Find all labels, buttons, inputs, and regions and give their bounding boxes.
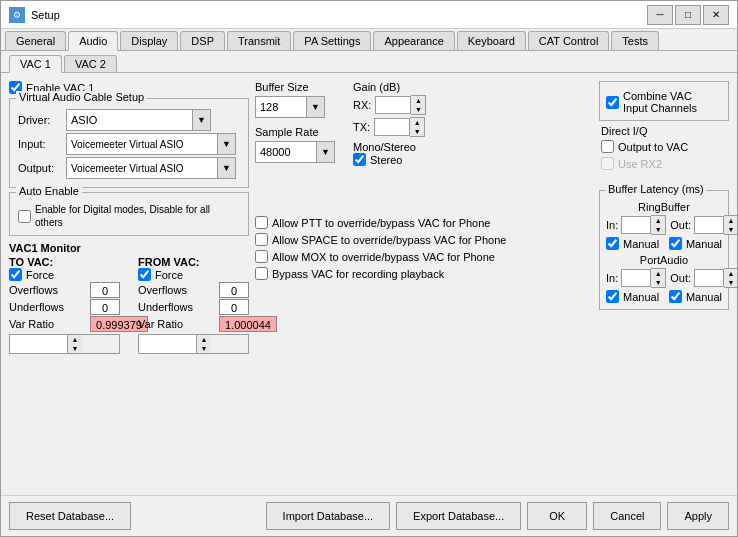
- tab-appearance[interactable]: Appearance: [373, 31, 454, 50]
- combine-vac-label[interactable]: Combine VAC Input Channels: [606, 90, 722, 114]
- ring-in-input[interactable]: 5: [621, 216, 651, 234]
- tab-dsp[interactable]: DSP: [180, 31, 225, 50]
- combine-vac-checkbox[interactable]: [606, 96, 619, 109]
- ring-out-label: Out:: [670, 219, 691, 231]
- force-down1[interactable]: ▼: [68, 344, 82, 353]
- force-up1[interactable]: ▲: [68, 335, 82, 344]
- force-down2[interactable]: ▼: [197, 344, 211, 353]
- sub-tab-vac1[interactable]: VAC 1: [9, 55, 62, 73]
- buffer-size-arrow[interactable]: ▼: [306, 97, 324, 117]
- bypass-label[interactable]: Bypass VAC for recording playback: [255, 267, 593, 280]
- pa-out-spinbox[interactable]: 5 ▲ ▼: [694, 268, 737, 288]
- ring-in-spinbox[interactable]: 5 ▲ ▼: [621, 215, 666, 235]
- force-spin2[interactable]: 1.000000 ▲ ▼: [138, 334, 249, 354]
- monitor-title: VAC1 Monitor: [9, 242, 249, 254]
- top-center-row: Buffer Size 128 ▼ Sample Rate 48000 ▼: [255, 81, 593, 166]
- input-arrow[interactable]: ▼: [217, 134, 235, 154]
- auto-enable-checkbox-label[interactable]: Enable for Digital modes, Disable for al…: [18, 203, 240, 229]
- ring-manual1-label[interactable]: Manual: [606, 237, 659, 250]
- sub-tab-vac2[interactable]: VAC 2: [64, 55, 117, 72]
- force-input2[interactable]: 1.000000: [139, 335, 197, 353]
- pa-in-input[interactable]: 5: [621, 269, 651, 287]
- pa-in-up[interactable]: ▲: [651, 269, 665, 278]
- main-content: Enable VAC 1 Virtual Audio Cable Setup D…: [1, 73, 737, 495]
- output-to-vac-label[interactable]: Output to VAC: [601, 140, 729, 153]
- auto-enable-checkbox[interactable]: [18, 210, 31, 223]
- output-to-vac-checkbox[interactable]: [601, 140, 614, 153]
- export-db-button[interactable]: Export Database...: [396, 502, 521, 530]
- minimize-button[interactable]: ─: [647, 5, 673, 25]
- rx-down[interactable]: ▼: [411, 105, 425, 114]
- driver-arrow[interactable]: ▼: [192, 110, 210, 130]
- tab-pa-settings[interactable]: PA Settings: [293, 31, 371, 50]
- sample-rate-arrow[interactable]: ▼: [316, 142, 334, 162]
- rx-input[interactable]: 0: [375, 96, 411, 114]
- pa-manual1-label[interactable]: Manual: [606, 290, 659, 303]
- cancel-button[interactable]: Cancel: [593, 502, 661, 530]
- tx-input[interactable]: 0: [374, 118, 410, 136]
- tab-transmit[interactable]: Transmit: [227, 31, 291, 50]
- import-db-button[interactable]: Import Database...: [266, 502, 391, 530]
- pa-out-input[interactable]: 5: [694, 269, 724, 287]
- force-spin1[interactable]: 1.000000 ▲ ▼: [9, 334, 120, 354]
- sample-rate-select[interactable]: 48000 ▼: [255, 141, 335, 163]
- force-input1[interactable]: 1.000000: [10, 335, 68, 353]
- to-vac-grid: Overflows 0 Underflows 0 Var Ratio 0.999…: [9, 282, 120, 332]
- tab-cat-control[interactable]: CAT Control: [528, 31, 610, 50]
- force1-checkbox[interactable]: [9, 268, 22, 281]
- pa-in-spinbox[interactable]: 5 ▲ ▼: [621, 268, 666, 288]
- buffer-size-select[interactable]: 128 ▼: [255, 96, 325, 118]
- underflows2-label: Underflows: [138, 301, 215, 313]
- ring-out-up[interactable]: ▲: [724, 216, 737, 225]
- rx-up[interactable]: ▲: [411, 96, 425, 105]
- pa-out-up[interactable]: ▲: [724, 269, 737, 278]
- tab-audio[interactable]: Audio: [68, 31, 118, 51]
- ring-out-spinbox[interactable]: 5 ▲ ▼: [694, 215, 737, 235]
- space-checkbox[interactable]: [255, 233, 268, 246]
- rx-spinbox[interactable]: 0 ▲ ▼: [375, 95, 426, 115]
- pa-manual2-checkbox[interactable]: [669, 290, 682, 303]
- ptt-checkbox[interactable]: [255, 216, 268, 229]
- ring-manual2-checkbox[interactable]: [669, 237, 682, 250]
- mox-label[interactable]: Allow MOX to override/bypass VAC for Pho…: [255, 250, 593, 263]
- tab-tests[interactable]: Tests: [611, 31, 659, 50]
- pa-manual1-checkbox[interactable]: [606, 290, 619, 303]
- tab-keyboard[interactable]: Keyboard: [457, 31, 526, 50]
- stereo-label[interactable]: Stereo: [353, 153, 426, 166]
- pa-manual2-label[interactable]: Manual: [669, 290, 722, 303]
- tx-down[interactable]: ▼: [410, 127, 424, 136]
- tab-display[interactable]: Display: [120, 31, 178, 50]
- reset-db-button[interactable]: Reset Database...: [9, 502, 131, 530]
- output-select[interactable]: Voicemeeter Virtual ASIO ▼: [66, 157, 236, 179]
- ring-in-up[interactable]: ▲: [651, 216, 665, 225]
- input-select[interactable]: Voicemeeter Virtual ASIO ▼: [66, 133, 236, 155]
- ring-manual2-label[interactable]: Manual: [669, 237, 722, 250]
- pa-in-down[interactable]: ▼: [651, 278, 665, 287]
- force-up2[interactable]: ▲: [197, 335, 211, 344]
- underflows1-label: Underflows: [9, 301, 86, 313]
- space-label[interactable]: Allow SPACE to override/bypass VAC for P…: [255, 233, 593, 246]
- force2-checkbox[interactable]: [138, 268, 151, 281]
- ok-button[interactable]: OK: [527, 502, 587, 530]
- ring-out-down[interactable]: ▼: [724, 225, 737, 234]
- ptt-label[interactable]: Allow PTT to override/bypass VAC for Pho…: [255, 216, 593, 229]
- pa-out-down[interactable]: ▼: [724, 278, 737, 287]
- driver-label: Driver:: [18, 114, 62, 126]
- direct-iq-section: Direct I/Q Output to VAC Use RX2: [601, 125, 729, 170]
- tx-up[interactable]: ▲: [410, 118, 424, 127]
- close-button[interactable]: ✕: [703, 5, 729, 25]
- output-arrow[interactable]: ▼: [217, 158, 235, 178]
- buffer-latency-group: Buffer Latency (ms) RingBuffer In: 5 ▲ ▼: [599, 190, 729, 310]
- maximize-button[interactable]: □: [675, 5, 701, 25]
- ring-manual1-checkbox[interactable]: [606, 237, 619, 250]
- tx-arrows: ▲ ▼: [410, 117, 425, 137]
- bypass-checkbox[interactable]: [255, 267, 268, 280]
- ring-out-input[interactable]: 5: [694, 216, 724, 234]
- mox-checkbox[interactable]: [255, 250, 268, 263]
- driver-select[interactable]: ASIO ▼: [66, 109, 211, 131]
- apply-button[interactable]: Apply: [667, 502, 729, 530]
- tx-spinbox[interactable]: 0 ▲ ▼: [374, 117, 425, 137]
- stereo-checkbox[interactable]: [353, 153, 366, 166]
- ring-in-down[interactable]: ▼: [651, 225, 665, 234]
- tab-general[interactable]: General: [5, 31, 66, 50]
